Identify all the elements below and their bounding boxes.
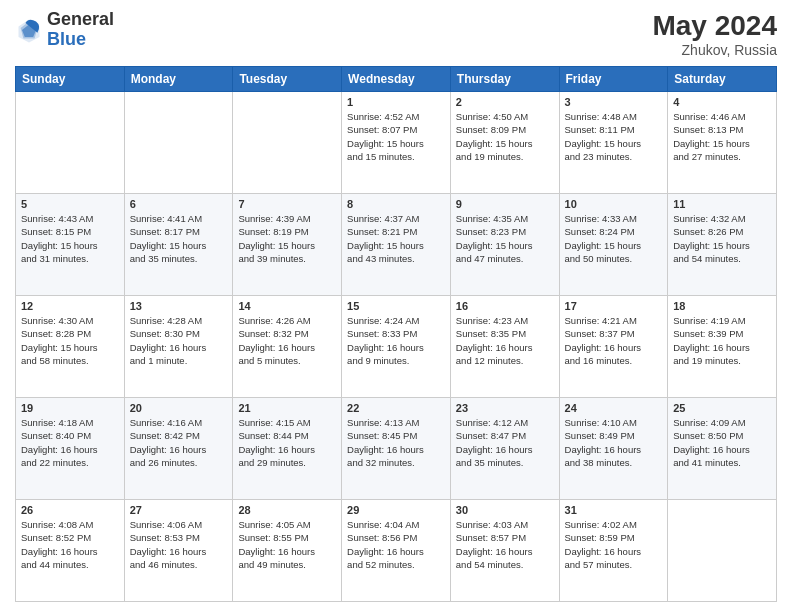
- day-info: Sunrise: 4:26 AM Sunset: 8:32 PM Dayligh…: [238, 314, 336, 367]
- day-info: Sunrise: 4:41 AM Sunset: 8:17 PM Dayligh…: [130, 212, 228, 265]
- day-number: 21: [238, 402, 336, 414]
- day-cell: 5Sunrise: 4:43 AM Sunset: 8:15 PM Daylig…: [16, 194, 125, 296]
- day-cell: 13Sunrise: 4:28 AM Sunset: 8:30 PM Dayli…: [124, 296, 233, 398]
- calendar-table: SundayMondayTuesdayWednesdayThursdayFrid…: [15, 66, 777, 602]
- day-cell: 12Sunrise: 4:30 AM Sunset: 8:28 PM Dayli…: [16, 296, 125, 398]
- day-cell: 25Sunrise: 4:09 AM Sunset: 8:50 PM Dayli…: [668, 398, 777, 500]
- column-header-thursday: Thursday: [450, 67, 559, 92]
- day-number: 6: [130, 198, 228, 210]
- day-info: Sunrise: 4:13 AM Sunset: 8:45 PM Dayligh…: [347, 416, 445, 469]
- day-cell: 27Sunrise: 4:06 AM Sunset: 8:53 PM Dayli…: [124, 500, 233, 602]
- day-number: 31: [565, 504, 663, 516]
- day-number: 7: [238, 198, 336, 210]
- day-cell: 10Sunrise: 4:33 AM Sunset: 8:24 PM Dayli…: [559, 194, 668, 296]
- month-year: May 2024: [652, 10, 777, 42]
- day-info: Sunrise: 4:16 AM Sunset: 8:42 PM Dayligh…: [130, 416, 228, 469]
- day-info: Sunrise: 4:52 AM Sunset: 8:07 PM Dayligh…: [347, 110, 445, 163]
- day-number: 13: [130, 300, 228, 312]
- day-info: Sunrise: 4:43 AM Sunset: 8:15 PM Dayligh…: [21, 212, 119, 265]
- day-number: 24: [565, 402, 663, 414]
- day-info: Sunrise: 4:03 AM Sunset: 8:57 PM Dayligh…: [456, 518, 554, 571]
- day-cell: 4Sunrise: 4:46 AM Sunset: 8:13 PM Daylig…: [668, 92, 777, 194]
- day-number: 10: [565, 198, 663, 210]
- day-cell: 18Sunrise: 4:19 AM Sunset: 8:39 PM Dayli…: [668, 296, 777, 398]
- header-row: SundayMondayTuesdayWednesdayThursdayFrid…: [16, 67, 777, 92]
- day-number: 16: [456, 300, 554, 312]
- day-cell: 31Sunrise: 4:02 AM Sunset: 8:59 PM Dayli…: [559, 500, 668, 602]
- location: Zhukov, Russia: [652, 42, 777, 58]
- day-info: Sunrise: 4:18 AM Sunset: 8:40 PM Dayligh…: [21, 416, 119, 469]
- day-number: 18: [673, 300, 771, 312]
- day-info: Sunrise: 4:19 AM Sunset: 8:39 PM Dayligh…: [673, 314, 771, 367]
- day-info: Sunrise: 4:32 AM Sunset: 8:26 PM Dayligh…: [673, 212, 771, 265]
- day-cell: 16Sunrise: 4:23 AM Sunset: 8:35 PM Dayli…: [450, 296, 559, 398]
- day-info: Sunrise: 4:15 AM Sunset: 8:44 PM Dayligh…: [238, 416, 336, 469]
- column-header-sunday: Sunday: [16, 67, 125, 92]
- day-number: 15: [347, 300, 445, 312]
- day-info: Sunrise: 4:05 AM Sunset: 8:55 PM Dayligh…: [238, 518, 336, 571]
- day-info: Sunrise: 4:28 AM Sunset: 8:30 PM Dayligh…: [130, 314, 228, 367]
- logo-icon: [15, 16, 43, 44]
- day-cell: 6Sunrise: 4:41 AM Sunset: 8:17 PM Daylig…: [124, 194, 233, 296]
- day-info: Sunrise: 4:06 AM Sunset: 8:53 PM Dayligh…: [130, 518, 228, 571]
- day-info: Sunrise: 4:50 AM Sunset: 8:09 PM Dayligh…: [456, 110, 554, 163]
- day-cell: 28Sunrise: 4:05 AM Sunset: 8:55 PM Dayli…: [233, 500, 342, 602]
- day-info: Sunrise: 4:10 AM Sunset: 8:49 PM Dayligh…: [565, 416, 663, 469]
- day-number: 28: [238, 504, 336, 516]
- day-cell: [668, 500, 777, 602]
- day-cell: [233, 92, 342, 194]
- day-info: Sunrise: 4:46 AM Sunset: 8:13 PM Dayligh…: [673, 110, 771, 163]
- day-number: 8: [347, 198, 445, 210]
- day-number: 26: [21, 504, 119, 516]
- day-number: 12: [21, 300, 119, 312]
- header: General Blue May 2024 Zhukov, Russia: [15, 10, 777, 58]
- day-number: 5: [21, 198, 119, 210]
- logo-blue: Blue: [47, 30, 114, 50]
- title-block: May 2024 Zhukov, Russia: [652, 10, 777, 58]
- day-number: 1: [347, 96, 445, 108]
- day-info: Sunrise: 4:24 AM Sunset: 8:33 PM Dayligh…: [347, 314, 445, 367]
- day-info: Sunrise: 4:48 AM Sunset: 8:11 PM Dayligh…: [565, 110, 663, 163]
- day-cell: 20Sunrise: 4:16 AM Sunset: 8:42 PM Dayli…: [124, 398, 233, 500]
- day-cell: 24Sunrise: 4:10 AM Sunset: 8:49 PM Dayli…: [559, 398, 668, 500]
- day-info: Sunrise: 4:08 AM Sunset: 8:52 PM Dayligh…: [21, 518, 119, 571]
- logo-text: General Blue: [47, 10, 114, 50]
- day-info: Sunrise: 4:37 AM Sunset: 8:21 PM Dayligh…: [347, 212, 445, 265]
- day-info: Sunrise: 4:21 AM Sunset: 8:37 PM Dayligh…: [565, 314, 663, 367]
- logo-general: General: [47, 10, 114, 30]
- day-number: 22: [347, 402, 445, 414]
- day-info: Sunrise: 4:33 AM Sunset: 8:24 PM Dayligh…: [565, 212, 663, 265]
- day-number: 2: [456, 96, 554, 108]
- day-cell: [124, 92, 233, 194]
- day-cell: 22Sunrise: 4:13 AM Sunset: 8:45 PM Dayli…: [342, 398, 451, 500]
- day-info: Sunrise: 4:35 AM Sunset: 8:23 PM Dayligh…: [456, 212, 554, 265]
- day-cell: 11Sunrise: 4:32 AM Sunset: 8:26 PM Dayli…: [668, 194, 777, 296]
- day-cell: 19Sunrise: 4:18 AM Sunset: 8:40 PM Dayli…: [16, 398, 125, 500]
- day-number: 30: [456, 504, 554, 516]
- day-cell: 15Sunrise: 4:24 AM Sunset: 8:33 PM Dayli…: [342, 296, 451, 398]
- day-number: 29: [347, 504, 445, 516]
- column-header-monday: Monday: [124, 67, 233, 92]
- day-cell: 30Sunrise: 4:03 AM Sunset: 8:57 PM Dayli…: [450, 500, 559, 602]
- calendar-page: General Blue May 2024 Zhukov, Russia Sun…: [0, 0, 792, 612]
- day-cell: 29Sunrise: 4:04 AM Sunset: 8:56 PM Dayli…: [342, 500, 451, 602]
- column-header-tuesday: Tuesday: [233, 67, 342, 92]
- logo: General Blue: [15, 10, 114, 50]
- day-number: 4: [673, 96, 771, 108]
- day-cell: 8Sunrise: 4:37 AM Sunset: 8:21 PM Daylig…: [342, 194, 451, 296]
- week-row-4: 19Sunrise: 4:18 AM Sunset: 8:40 PM Dayli…: [16, 398, 777, 500]
- day-cell: 3Sunrise: 4:48 AM Sunset: 8:11 PM Daylig…: [559, 92, 668, 194]
- day-number: 3: [565, 96, 663, 108]
- day-number: 20: [130, 402, 228, 414]
- day-number: 9: [456, 198, 554, 210]
- week-row-5: 26Sunrise: 4:08 AM Sunset: 8:52 PM Dayli…: [16, 500, 777, 602]
- day-cell: 2Sunrise: 4:50 AM Sunset: 8:09 PM Daylig…: [450, 92, 559, 194]
- week-row-2: 5Sunrise: 4:43 AM Sunset: 8:15 PM Daylig…: [16, 194, 777, 296]
- day-info: Sunrise: 4:04 AM Sunset: 8:56 PM Dayligh…: [347, 518, 445, 571]
- day-info: Sunrise: 4:09 AM Sunset: 8:50 PM Dayligh…: [673, 416, 771, 469]
- column-header-saturday: Saturday: [668, 67, 777, 92]
- day-cell: [16, 92, 125, 194]
- day-cell: 26Sunrise: 4:08 AM Sunset: 8:52 PM Dayli…: [16, 500, 125, 602]
- day-cell: 9Sunrise: 4:35 AM Sunset: 8:23 PM Daylig…: [450, 194, 559, 296]
- day-cell: 7Sunrise: 4:39 AM Sunset: 8:19 PM Daylig…: [233, 194, 342, 296]
